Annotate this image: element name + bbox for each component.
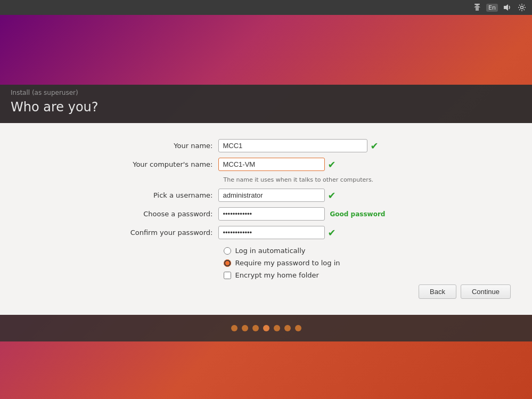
computer-name-input[interactable] <box>218 158 325 171</box>
computer-name-check-icon: ✔ <box>328 159 336 170</box>
password-label: Choose a password: <box>112 210 218 218</box>
require-password-radio[interactable] <box>224 259 231 267</box>
desktop-top-area <box>0 15 532 85</box>
form-area: Your name: ✔ Your computer's name: ✔ <box>11 139 521 279</box>
username-field-wrap: ✔ <box>218 189 421 202</box>
svg-marker-1 <box>504 4 508 11</box>
confirm-password-field-wrap: ✔ <box>218 226 421 239</box>
svg-rect-0 <box>474 4 480 5</box>
installer-content: Your name: ✔ Your computer's name: ✔ <box>0 123 532 315</box>
encrypt-home-label: Encrypt my home folder <box>235 271 319 279</box>
auto-login-option[interactable]: Log in automatically <box>224 247 421 255</box>
password-row: Choose a password: Good password <box>112 207 421 221</box>
progress-dot-4 <box>263 325 269 331</box>
confirm-password-check-icon: ✔ <box>328 227 336 238</box>
settings-icon[interactable] <box>516 2 528 13</box>
installer-title: Who are you? <box>11 97 521 119</box>
progress-dot-1 <box>231 325 238 331</box>
progress-dot-7 <box>295 325 301 331</box>
require-password-label: Require my password to log in <box>235 259 340 267</box>
your-name-row: Your name: ✔ <box>112 139 421 152</box>
progress-dot-5 <box>274 325 280 331</box>
network-icon[interactable] <box>471 2 483 13</box>
form-table: Your name: ✔ Your computer's name: ✔ <box>112 139 421 279</box>
progress-dot-2 <box>242 325 248 331</box>
confirm-password-row: Confirm your password: ✔ <box>112 226 421 239</box>
encrypt-home-option[interactable]: Encrypt my home folder <box>224 271 421 279</box>
your-name-input[interactable] <box>218 139 367 152</box>
svg-point-2 <box>521 6 523 9</box>
desktop-background: Install (as superuser) Who are you? Your… <box>0 15 532 399</box>
installer-nav: Back Continue <box>11 279 521 304</box>
computer-name-field-wrap: ✔ <box>218 158 421 171</box>
auto-login-radio[interactable] <box>224 247 231 255</box>
back-button[interactable]: Back <box>419 284 456 299</box>
computer-name-hint: The name it uses when it talks to other … <box>218 176 421 183</box>
installer-subtitle: Install (as superuser) <box>11 89 521 96</box>
installer-header: Install (as superuser) Who are you? <box>0 85 532 123</box>
require-password-option[interactable]: Require my password to log in <box>224 259 421 267</box>
password-strength-label: Good password <box>330 210 386 218</box>
login-options: Log in automatically Require my password… <box>218 247 421 279</box>
language-badge[interactable]: En <box>486 4 498 12</box>
progress-footer <box>0 315 532 341</box>
your-name-check-icon: ✔ <box>371 140 379 151</box>
confirm-password-input[interactable] <box>218 226 325 239</box>
confirm-password-label: Confirm your password: <box>112 229 218 237</box>
volume-icon[interactable] <box>501 2 513 13</box>
username-row: Pick a username: ✔ <box>112 189 421 202</box>
computer-name-row: Your computer's name: ✔ <box>112 158 421 171</box>
top-bar: En <box>0 0 532 15</box>
computer-name-label: Your computer's name: <box>112 160 218 168</box>
continue-button[interactable]: Continue <box>461 284 511 299</box>
auto-login-label: Log in automatically <box>235 247 306 255</box>
progress-dot-6 <box>284 325 291 331</box>
username-input[interactable] <box>218 189 325 202</box>
username-label: Pick a username: <box>112 191 218 199</box>
desktop-bottom-area <box>0 341 532 399</box>
password-input[interactable] <box>218 207 325 221</box>
your-name-field-wrap: ✔ <box>218 139 421 152</box>
username-check-icon: ✔ <box>328 190 336 201</box>
installer-window: Install (as superuser) Who are you? Your… <box>0 85 532 341</box>
password-field-wrap: Good password <box>218 207 421 221</box>
your-name-label: Your name: <box>112 142 218 150</box>
encrypt-home-checkbox[interactable] <box>224 272 231 279</box>
progress-dot-3 <box>252 325 259 331</box>
